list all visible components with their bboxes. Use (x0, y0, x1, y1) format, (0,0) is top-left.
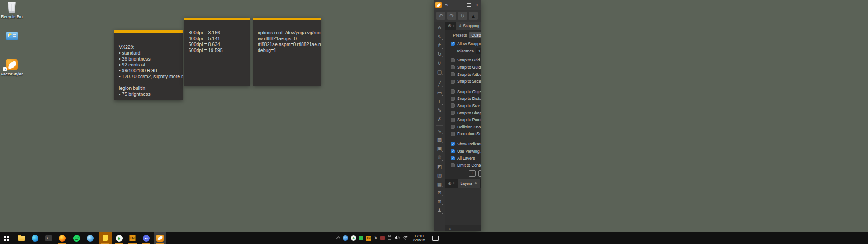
checkbox[interactable] (451, 89, 455, 94)
search-icon[interactable]: ○ (449, 226, 451, 231)
tab-snapping[interactable]: ⇕ Snapping (456, 22, 481, 30)
widget-tool[interactable]: ⊡ (435, 188, 444, 197)
checkbox[interactable] (451, 65, 455, 69)
taskbar-discord[interactable] (139, 232, 153, 244)
snap-option-snap-to-guidelines[interactable]: Snap to Guidelines (445, 64, 481, 71)
checkbox[interactable] (451, 125, 455, 129)
rotate-tool[interactable]: ↻ (435, 50, 444, 59)
mesh-tool[interactable]: ▨ (435, 171, 444, 180)
crown-tool[interactable]: ♕ (435, 153, 444, 162)
checkbox[interactable] (451, 42, 455, 46)
pattern-tool[interactable]: ▦ (435, 180, 444, 189)
marquee-tool[interactable]: ▢ (435, 68, 444, 77)
close-button[interactable]: × (476, 3, 478, 7)
desktop-icon-recycle-bin[interactable]: Recycle Bin (0, 2, 26, 19)
presets-value-dropdown[interactable]: Custom (469, 32, 481, 38)
snap-option-snap-to-points[interactable]: Snap to Points (445, 116, 481, 123)
sticky-note-boot-options[interactable]: options root=/dev/yoga.vg/root.lvrw rtl8… (253, 18, 321, 86)
panel-grip-icon[interactable]: ‖ (453, 182, 455, 185)
panel-close-icon[interactable]: ⊗ (448, 181, 452, 186)
stack-tool[interactable]: ⊞ (435, 197, 444, 206)
taskbar-edge[interactable] (28, 232, 42, 244)
taskbar-file-explorer[interactable] (14, 232, 28, 244)
taskbar-terminal[interactable]: >_ (42, 232, 55, 244)
checkbox[interactable] (451, 72, 455, 76)
usb-tray-icon[interactable] (387, 234, 392, 242)
minimize-button[interactable]: – (460, 3, 462, 7)
gradient-tool[interactable]: ◩ (435, 162, 444, 171)
globe-tray-icon[interactable] (343, 235, 348, 241)
brush-tool[interactable]: ∿ (435, 127, 444, 136)
taskbar-spotify[interactable] (70, 232, 83, 244)
snap-option-snap-to-size-reference[interactable]: Snap to Size Reference (445, 102, 481, 109)
tree-tray-icon[interactable]: ♣ (351, 235, 356, 241)
magnet-tool[interactable]: ∪ (435, 59, 444, 68)
line-tool[interactable]: ╱ (435, 80, 444, 89)
add-button[interactable]: + (469, 170, 476, 177)
taskbar-green-tree-app[interactable]: ♣ (112, 232, 126, 244)
snowflake-tray-icon[interactable]: ✳ (374, 236, 377, 240)
volume-tray-icon[interactable] (394, 234, 400, 242)
undo-button[interactable]: ↶ (436, 12, 445, 20)
checkbox[interactable] (451, 163, 455, 167)
preview-button[interactable]: ▲ (469, 12, 478, 20)
window-titlebar[interactable]: St – × (434, 0, 481, 10)
checkbox[interactable] (451, 111, 455, 115)
snap-option-show-indicators[interactable]: Show Indicators (445, 141, 481, 148)
snap-option-snap-to-distances[interactable]: Snap to Distances (445, 95, 481, 103)
node-tool[interactable]: ↱ (435, 41, 444, 50)
select-tool[interactable]: ↖ (435, 33, 444, 42)
sync-button[interactable]: ↻ (458, 12, 467, 20)
note-body[interactable]: VX229:• standard• 26 brightness• 92 cont… (114, 33, 183, 100)
tab-close-icon[interactable]: ⊗ (474, 181, 477, 185)
snap-option-snap-to-objects[interactable]: Snap to Objects (445, 88, 481, 95)
desktop-icon-vectorstyler[interactable]: ↗ VectorStyler (0, 59, 26, 76)
maximize-button[interactable] (467, 3, 471, 7)
tab-layers[interactable]: Layers ⊗ (458, 179, 479, 188)
checkbox[interactable] (451, 149, 455, 153)
taskbar-vectorstyler[interactable] (154, 232, 166, 244)
green-square-tray-icon[interactable] (359, 236, 363, 240)
knife-tool[interactable]: ✗ (435, 115, 444, 124)
pencil-tool[interactable]: ✎ (435, 106, 444, 115)
note-body[interactable]: 300dpi = 3.166400dpi = 5.141500dpi = 8.6… (184, 20, 250, 86)
person-tool[interactable]: ♟ (435, 206, 444, 215)
taskbar-firefox[interactable] (55, 232, 69, 244)
redo-button[interactable]: ↷ (447, 12, 456, 20)
panel-close-icon[interactable]: ⊗ (435, 23, 444, 33)
snap-option-snap-to-artboards[interactable]: Snap to Artboards (445, 71, 481, 78)
taskbar-clock[interactable]: 17:10 220515 (413, 234, 425, 243)
allow-snapping-option[interactable]: Allow Snapping (445, 40, 481, 47)
sticky-note-displays[interactable]: VX229:• standard• 26 brightness• 92 cont… (114, 30, 183, 100)
start-button[interactable] (0, 232, 13, 244)
note-body[interactable]: options root=/dev/yoga.vg/root.lvrw rtl8… (253, 20, 321, 86)
text-tool[interactable]: T (435, 97, 444, 106)
frame-tool[interactable]: ▩ (435, 136, 444, 145)
snap-option-snap-to-slices[interactable]: Snap to Slices (445, 78, 481, 85)
sticky-note-dpi[interactable]: 300dpi = 3.166400dpi = 5.141500dpi = 8.6… (184, 18, 250, 86)
checkbox[interactable] (451, 103, 455, 108)
desktop-icon-display-settings[interactable] (0, 32, 26, 42)
panel-close-icon[interactable]: ⊗ (448, 23, 452, 28)
panel-grip-icon[interactable]: ‖ (453, 24, 455, 28)
checkbox[interactable] (451, 132, 455, 136)
checkbox[interactable] (451, 58, 455, 62)
notification-center-icon[interactable] (432, 236, 439, 241)
checkbox[interactable] (451, 142, 455, 146)
snap-option-snap-to-grid[interactable]: Snap to Grid (445, 57, 481, 64)
checkbox[interactable] (451, 118, 455, 122)
snap-option-formation-snapping[interactable]: Formation Snapping (445, 131, 481, 138)
tray-expand-chevron[interactable] (336, 236, 341, 241)
snap-option-use-viewing-angle[interactable]: Use Viewing Angle (445, 148, 481, 155)
tolerance-input[interactable] (476, 48, 481, 54)
snap-option-limit-to-context[interactable]: Limit to Context (445, 162, 481, 169)
checkbox[interactable] (451, 156, 455, 160)
snap-option-collision-snapping[interactable]: Collision Snapping (445, 123, 481, 131)
checkbox[interactable] (451, 80, 455, 84)
artboard-tool[interactable]: ▣ (435, 145, 444, 154)
snap-option-all-layers[interactable]: All Layers (445, 155, 481, 162)
taskbar-sticky-notes[interactable] (99, 232, 112, 244)
taskbar-ln-app[interactable]: LN (126, 232, 139, 244)
red-app-tray-icon[interactable] (380, 236, 385, 240)
rectangle-tool[interactable]: ▭ (435, 89, 444, 98)
